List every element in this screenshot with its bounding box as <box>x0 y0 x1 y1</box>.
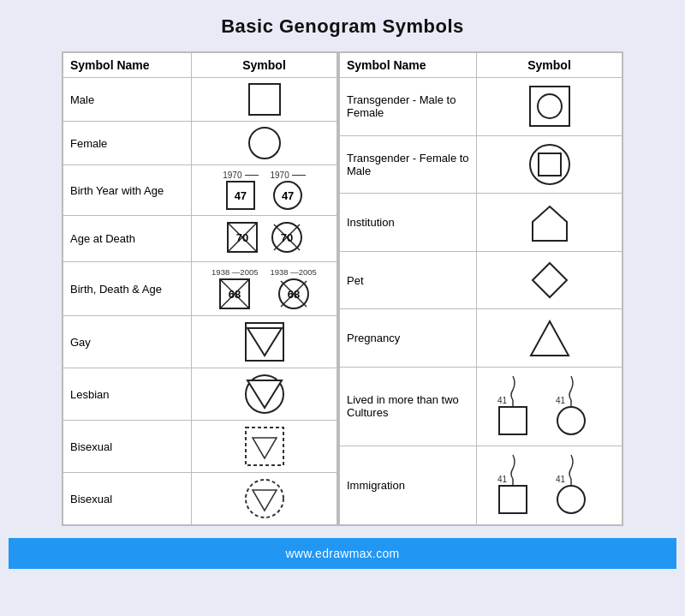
table-row: Bisexual <box>63 473 337 525</box>
trans-mf-symbol <box>529 86 570 127</box>
symbol-cell: 1938 —2005 68 1938 —2005 <box>192 262 337 316</box>
symbol-cell <box>477 251 622 309</box>
immig-sq-svg: 41 <box>497 455 544 515</box>
immigration-circle: 41 <box>556 455 602 515</box>
bda-sq-svg: 68 <box>218 278 251 310</box>
table-row: Transgender - Female to Male <box>340 135 622 194</box>
svg-rect-38 <box>499 486 527 513</box>
age-death-square: 70 <box>226 221 259 256</box>
table-row: Birth, Death & Age 1938 —2005 68 <box>63 262 337 316</box>
table-row: Lesbian <box>63 368 337 421</box>
table-row: Pregnancy <box>340 309 622 368</box>
symbol-cell <box>192 78 337 122</box>
svg-marker-24 <box>533 206 567 241</box>
table-row: Birth Year with Age 1970 47 1970 47 <box>63 165 337 216</box>
trans-fm-symbol <box>529 144 570 185</box>
row-label: Transgender - Female to Male <box>340 135 477 194</box>
svg-text:41: 41 <box>497 396 508 405</box>
male-square-symbol <box>248 83 281 116</box>
row-label: Birth, Death & Age <box>63 262 192 316</box>
trans-mf-inner <box>537 93 563 119</box>
row-label: Lesbian <box>63 368 192 421</box>
svg-text:68: 68 <box>287 288 299 301</box>
table-row: Lived in more than two Cultures 41 <box>340 367 622 446</box>
death-sq-svg: 70 <box>226 221 259 254</box>
table-row: Institution <box>340 194 622 252</box>
svg-rect-30 <box>499 407 527 434</box>
row-label: Gay <box>63 316 192 368</box>
svg-text:41: 41 <box>556 396 566 405</box>
svg-text:68: 68 <box>229 288 241 301</box>
row-label: Transgender - Male to Female <box>340 78 477 136</box>
left-header-name: Symbol Name <box>63 53 192 78</box>
row-label: Male <box>63 78 192 122</box>
row-label: Age at Death <box>63 216 192 262</box>
table-row: Immigration 41 <box>340 446 622 524</box>
left-header-symbol: Symbol <box>192 53 337 78</box>
svg-point-34 <box>557 407 585 434</box>
svg-text:70: 70 <box>235 231 247 244</box>
culture-circle: 41 <box>556 376 602 436</box>
tables-wrapper: Symbol Name Symbol Male Female <box>62 51 623 526</box>
row-label: Female <box>63 122 192 165</box>
lesbian-symbol <box>244 374 285 415</box>
gay-symbol <box>244 321 285 362</box>
symbol-cell <box>192 368 337 421</box>
page-title: Basic Genogram Symbols <box>221 15 464 38</box>
svg-text:70: 70 <box>280 231 292 244</box>
table-row: Pet <box>340 251 622 309</box>
right-header-symbol: Symbol <box>477 53 622 78</box>
symbol-cell <box>192 122 337 165</box>
culture-square: 41 <box>497 376 544 436</box>
bisexual-circle-symbol <box>244 478 285 519</box>
pregnancy-symbol <box>529 318 570 359</box>
table-row: Transgender - Male to Female <box>340 78 622 136</box>
svg-point-42 <box>557 486 585 513</box>
birth-year-square: 1970 47 <box>223 170 258 210</box>
bda-ci-svg: 68 <box>277 278 310 310</box>
culture-ci-svg: 41 <box>556 376 602 436</box>
symbol-cell: 41 41 <box>477 446 622 524</box>
symbol-cell <box>192 316 337 368</box>
svg-marker-25 <box>533 263 567 297</box>
immigration-square: 41 <box>497 455 544 515</box>
symbol-cell <box>477 194 622 252</box>
table-row: Gay <box>63 316 337 368</box>
svg-marker-26 <box>531 321 569 356</box>
row-label: Immigration <box>340 446 477 524</box>
symbol-cell <box>477 78 622 136</box>
svg-text:41: 41 <box>497 475 508 484</box>
table-row: Age at Death 70 <box>63 216 337 262</box>
svg-text:41: 41 <box>556 475 566 484</box>
bisexual-square-symbol <box>244 426 285 467</box>
culture-sq-svg: 41 <box>497 376 544 436</box>
footer-bar: www.edrawmax.com <box>9 538 676 569</box>
left-table: Symbol Name Symbol Male Female <box>63 52 337 525</box>
table-row: Female <box>63 122 337 165</box>
symbol-cell <box>192 421 337 473</box>
symbol-cell: 1970 47 1970 47 <box>192 165 337 216</box>
row-label: Lived in more than two Cultures <box>340 367 477 446</box>
birth-year-circle: 1970 47 <box>271 170 306 210</box>
row-label: Pregnancy <box>340 309 477 368</box>
symbol-cell <box>477 309 622 368</box>
row-label: Pet <box>340 251 477 309</box>
symbol-cell: 41 41 <box>477 367 622 446</box>
right-table: Symbol Name Symbol Transgender - Male to… <box>339 52 622 525</box>
row-label: Birth Year with Age <box>63 165 192 216</box>
immig-ci-svg: 41 <box>556 455 602 515</box>
symbol-cell <box>477 135 622 194</box>
institution-symbol <box>529 201 570 242</box>
row-label: Bisexual <box>63 473 192 525</box>
table-row: Male <box>63 78 337 122</box>
female-circle-symbol <box>248 127 281 159</box>
death-ci-svg: 70 <box>271 221 303 254</box>
table-row: Bisexual <box>63 421 337 473</box>
right-header-name: Symbol Name <box>340 53 477 78</box>
footer-text: www.edrawmax.com <box>285 547 399 560</box>
symbol-cell <box>192 473 337 525</box>
row-label: Bisexual <box>63 421 192 473</box>
age-death-circle: 70 <box>271 221 303 256</box>
row-label: Institution <box>340 194 477 252</box>
bda-circle: 1938 —2005 68 <box>271 267 317 310</box>
